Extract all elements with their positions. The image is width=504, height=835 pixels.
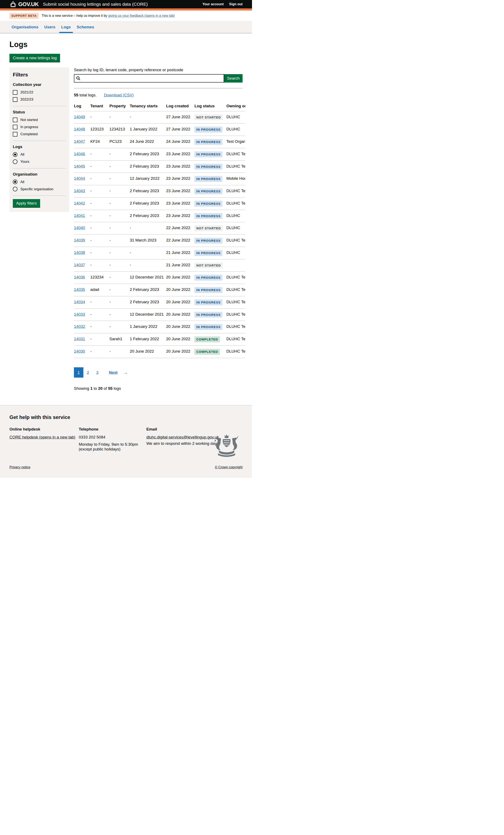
checkbox-control[interactable] — [13, 132, 17, 137]
core-helpdesk-link[interactable]: CORE helpdesk (opens in a new tab) — [9, 435, 75, 439]
log-created-cell: 23 June 2022 — [166, 173, 195, 185]
tenant-cell: - — [90, 160, 109, 173]
showing-suffix: logs — [113, 386, 121, 391]
search-input[interactable] — [74, 74, 224, 83]
create-lettings-log-button[interactable]: Create a new lettings log — [9, 54, 60, 62]
log-link[interactable]: 14033 — [74, 312, 85, 317]
checkbox-control[interactable] — [13, 97, 17, 102]
filter-group-heading-status: Status — [13, 109, 66, 115]
log-link[interactable]: 14038 — [74, 250, 85, 255]
privacy-notice-link[interactable]: Privacy notice — [9, 465, 31, 469]
radio-option-yours[interactable]: Yours — [13, 159, 66, 164]
nav-item-users[interactable]: Users — [42, 21, 58, 33]
table-row: 14045--2 February 202323 June 2022IN PRO… — [74, 160, 245, 173]
log-link[interactable]: 14040 — [74, 226, 85, 230]
table-row: 1404812312312342131 January 202227 June … — [74, 123, 245, 136]
tenant-cell: - — [90, 247, 109, 259]
your-account-link[interactable]: Your account — [202, 2, 224, 6]
tenant-cell: - — [90, 111, 109, 123]
log-status-cell: IN PROGRESS — [195, 136, 226, 148]
service-name[interactable]: Submit social housing lettings and sales… — [43, 1, 148, 7]
property-cell: - — [109, 173, 130, 185]
log-link[interactable]: 14048 — [74, 127, 85, 131]
log-link[interactable]: 14049 — [74, 115, 85, 119]
log-link[interactable]: 14037 — [74, 263, 85, 267]
tenancy-starts-cell: - — [130, 259, 166, 271]
radio-control[interactable] — [13, 159, 17, 164]
owning-organisation-cell: Test Organisa — [226, 136, 245, 148]
log-link[interactable]: 14031 — [74, 337, 85, 341]
nav-item-organisations[interactable]: Organisations — [9, 21, 41, 33]
column-header-tenant: Tenant — [90, 101, 109, 111]
log-status-cell: IN PROGRESS — [195, 308, 226, 321]
download-csv-link[interactable]: Download (CSV) — [104, 93, 134, 97]
tenant-cell: - — [90, 210, 109, 222]
footer-heading: Get help with this service — [9, 414, 243, 421]
tenant-cell: - — [90, 321, 109, 333]
tenancy-starts-cell: 2 February 2023 — [130, 296, 166, 308]
status-badge: IN PROGRESS — [195, 139, 222, 145]
status-badge: IN PROGRESS — [195, 151, 222, 157]
radio-control[interactable] — [13, 152, 17, 157]
option-label: Not started — [20, 118, 38, 122]
showing-of: of — [102, 386, 108, 391]
pagination-page-2[interactable]: 2 — [83, 367, 93, 378]
log-link[interactable]: 14041 — [74, 213, 85, 218]
log-link[interactable]: 14047 — [74, 139, 85, 144]
checkbox-control[interactable] — [13, 90, 17, 95]
log-link[interactable]: 14032 — [74, 324, 85, 329]
checkbox-option-2021-22[interactable]: 2021/22 — [13, 90, 66, 95]
log-link[interactable]: 14035 — [74, 287, 85, 292]
log-link[interactable]: 14046 — [74, 151, 85, 156]
sign-out-link[interactable]: Sign out — [229, 2, 243, 6]
nav-item-logs[interactable]: Logs — [59, 21, 73, 33]
radio-control[interactable] — [13, 180, 17, 184]
radio-option-all[interactable]: All — [13, 180, 66, 184]
log-status-cell: NOT STARTED — [195, 222, 226, 235]
results-divider — [74, 88, 243, 88]
checkbox-option-in-progress[interactable]: In progress — [13, 125, 66, 129]
log-link[interactable]: 14036 — [74, 275, 85, 279]
primary-nav: OrganisationsUsersLogsSchemes — [0, 21, 252, 34]
pagination-current-page[interactable]: 1 — [74, 367, 83, 378]
owning-organisation-cell: Mobile Hous — [226, 173, 245, 185]
checkbox-option-2022-23[interactable]: 2022/23 — [13, 97, 66, 102]
search-button[interactable]: Search — [224, 74, 243, 83]
log-link[interactable]: 14045 — [74, 164, 85, 168]
log-link[interactable]: 14039 — [74, 238, 85, 242]
tenancy-starts-cell: 24 June 2022 — [130, 136, 166, 148]
checkbox-option-completed[interactable]: Completed — [13, 132, 66, 137]
log-created-cell: 23 June 2022 — [166, 160, 195, 173]
crown-copyright-link[interactable]: © Crown copyright — [215, 465, 243, 469]
radio-option-specific-organisation[interactable]: Specific organisation — [13, 187, 66, 191]
owning-organisation-cell: DLUHC Test — [226, 308, 245, 321]
log-status-cell: IN PROGRESS — [195, 296, 226, 308]
tenant-cell: 123123 — [90, 123, 109, 136]
log-created-cell: 22 June 2022 — [166, 235, 195, 247]
pagination-next-link[interactable]: Next — [105, 367, 121, 378]
govuk-logo[interactable]: GOV.UK — [9, 1, 39, 8]
log-link[interactable]: 14044 — [74, 176, 85, 181]
log-link[interactable]: 14042 — [74, 201, 85, 205]
table-row: 14047KF24PC12324 June 202224 June 2022IN… — [74, 136, 245, 148]
email-link[interactable]: dluhc.digital-services@levellingup.gov.u… — [146, 435, 219, 439]
phase-banner-message: This is a new service – help us improve … — [42, 14, 108, 17]
log-link[interactable]: 14030 — [74, 349, 85, 353]
column-header-tenancy-starts: Tenancy starts — [130, 101, 166, 111]
log-link[interactable]: 14034 — [74, 300, 85, 304]
pagination-page-3[interactable]: 3 — [93, 367, 102, 378]
log-status-cell: IN PROGRESS — [195, 148, 226, 160]
radio-control[interactable] — [13, 187, 17, 191]
radio-option-all[interactable]: All — [13, 152, 66, 157]
log-created-cell: 20 June 2022 — [166, 271, 195, 284]
feedback-link[interactable]: giving us your feedback (opens in a new … — [108, 14, 175, 17]
checkbox-control[interactable] — [13, 125, 17, 129]
tenant-cell: 123234 — [90, 271, 109, 284]
filter-divider — [13, 106, 66, 106]
log-link[interactable]: 14043 — [74, 189, 85, 193]
checkbox-option-not-started[interactable]: Not started — [13, 118, 66, 122]
apply-filters-button[interactable]: Apply filters — [13, 199, 40, 207]
checkbox-control[interactable] — [13, 118, 17, 122]
status-badge: IN PROGRESS — [195, 213, 222, 219]
nav-item-schemes[interactable]: Schemes — [75, 21, 96, 33]
